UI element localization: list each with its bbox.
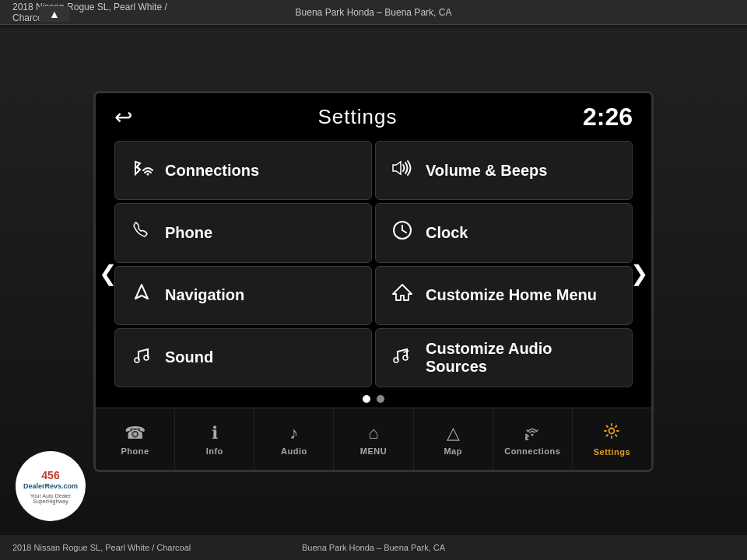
nav-item-settings[interactable]: Settings	[573, 408, 651, 470]
phone-icon	[129, 219, 154, 247]
screen-ui: ↩ Settings 2:26 ❮ ❯	[96, 93, 651, 470]
bottom-nav: ☎ Phone ℹ Info ♪ Audio ⌂ MENU	[96, 408, 651, 470]
nav-settings-label: Settings	[594, 447, 630, 457]
menu-item-sound[interactable]: Sound	[114, 328, 372, 387]
nav-audio-icon: ♪	[289, 423, 298, 443]
nav-item-info[interactable]: ℹ Info	[175, 408, 254, 470]
back-button[interactable]: ↩	[114, 104, 132, 130]
screen-header: ↩ Settings 2:26	[96, 93, 651, 138]
bluetooth-wifi-icon	[129, 157, 154, 184]
dealer-logo: 456 DealerRevs.com Your Auto Dealer Supe…	[16, 451, 86, 521]
nav-menu-icon: ⌂	[368, 423, 378, 443]
screen-container: ↩ Settings 2:26 ❮ ❯	[93, 91, 654, 472]
dealer-tagline: Your Auto Dealer SuperHighway	[22, 493, 79, 504]
screen-region: ↩ Settings 2:26 ❮ ❯	[0, 28, 747, 535]
svg-point-11	[531, 433, 534, 436]
menu-item-navigation[interactable]: Navigation	[114, 266, 372, 325]
screen-time: 2:26	[583, 103, 633, 131]
nav-connections-label: Connections	[504, 446, 560, 456]
nav-phone-label: Phone	[121, 446, 149, 456]
navigation-label: Navigation	[165, 286, 244, 304]
top-bar-center: Buena Park Honda – Buena Park, CA	[193, 7, 554, 18]
nav-phone-icon: ☎	[124, 423, 146, 443]
nav-info-icon: ℹ	[212, 423, 218, 443]
right-arrow[interactable]: ❯	[627, 254, 651, 292]
menu-item-clock[interactable]: Clock	[375, 203, 633, 262]
outer-frame: 2018 Nissan Rogue SL, Pearl White / Char…	[0, 0, 747, 560]
dealer-logo-name: 456 DealerRevs.com	[23, 468, 78, 492]
svg-point-7	[135, 358, 139, 362]
nav-item-map[interactable]: △ Map	[414, 408, 493, 470]
nav-menu-label: MENU	[360, 446, 387, 456]
svg-marker-5	[135, 285, 148, 299]
nav-connections-icon	[524, 423, 541, 443]
menu-item-volume[interactable]: Volume & Beeps	[375, 141, 633, 200]
clock-icon	[390, 219, 415, 247]
svg-marker-1	[393, 162, 401, 174]
customize-home-label: Customize Home Menu	[426, 286, 597, 304]
dot-1[interactable]	[363, 395, 370, 403]
svg-marker-6	[393, 285, 412, 300]
left-arrow[interactable]: ❮	[96, 254, 120, 292]
eject-button[interactable]: ▲	[39, 6, 70, 22]
dot-2[interactable]	[377, 395, 384, 403]
svg-point-8	[144, 355, 149, 360]
home-icon	[390, 282, 415, 309]
music-icon	[129, 344, 154, 371]
nav-audio-label: Audio	[281, 446, 307, 456]
audio-notes-icon	[390, 344, 415, 371]
customize-audio-label: Customize Audio Sources	[426, 340, 618, 376]
screen-title: Settings	[318, 105, 398, 129]
nav-item-audio[interactable]: ♪ Audio	[254, 408, 334, 470]
svg-point-0	[147, 173, 149, 175]
connections-label: Connections	[165, 162, 259, 180]
top-bar: 2018 Nissan Rogue SL, Pearl White / Char…	[0, 0, 747, 25]
nav-item-phone[interactable]: ☎ Phone	[96, 408, 175, 470]
volume-icon	[390, 157, 415, 184]
svg-point-10	[403, 355, 408, 360]
phone-label: Phone	[165, 224, 212, 242]
volume-label: Volume & Beeps	[426, 162, 547, 180]
nav-item-menu[interactable]: ⌂ MENU	[334, 408, 413, 470]
nav-map-label: Map	[444, 446, 462, 456]
clock-label: Clock	[426, 224, 468, 242]
svg-point-9	[394, 358, 398, 362]
bottom-bar-center: Buena Park Honda – Buena Park, CA	[193, 543, 554, 552]
svg-line-4	[402, 230, 406, 233]
menu-grid: Connections	[96, 138, 651, 390]
sound-label: Sound	[165, 348, 213, 366]
bottom-bar: 2018 Nissan Rogue SL, Pearl White / Char…	[0, 535, 747, 560]
navigation-icon	[129, 282, 154, 309]
nav-item-connections[interactable]: Connections	[493, 408, 573, 470]
bottom-bar-left: 2018 Nissan Rogue SL, Pearl White / Char…	[12, 543, 193, 552]
menu-item-phone[interactable]: Phone	[114, 203, 372, 262]
pagination	[96, 390, 651, 408]
menu-item-connections[interactable]: Connections	[114, 141, 372, 200]
nav-map-icon: △	[447, 423, 460, 443]
svg-point-13	[609, 428, 615, 433]
menu-item-customize-home[interactable]: Customize Home Menu	[375, 266, 633, 325]
nav-info-label: Info	[206, 446, 223, 456]
menu-item-customize-audio[interactable]: Customize Audio Sources	[375, 328, 633, 387]
nav-settings-icon	[603, 422, 620, 444]
